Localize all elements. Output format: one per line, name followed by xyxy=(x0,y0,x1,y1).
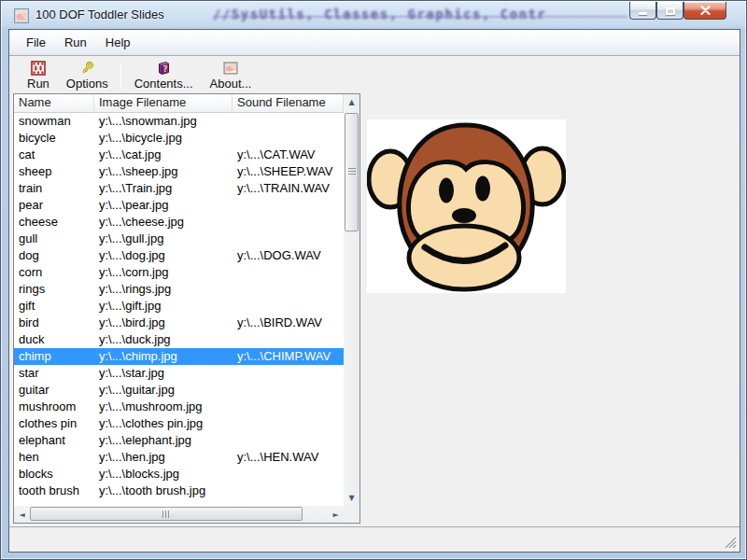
cell-image: y:\...\guitar.jpg xyxy=(94,382,233,399)
minimize-button[interactable] xyxy=(629,2,656,20)
cell-sound xyxy=(233,130,344,147)
cell-sound xyxy=(233,298,344,315)
table-row[interactable]: bicycley:\...\bicycle.jpg xyxy=(14,130,344,147)
resize-grip-icon[interactable] xyxy=(723,535,737,549)
table-row[interactable]: mushroomy:\...\mushroom.jpg xyxy=(14,399,344,415)
table-row[interactable]: snowmany:\...\snowman.jpg xyxy=(14,113,344,130)
table-row[interactable]: peary:\...\pear.jpg xyxy=(14,197,344,214)
table-row[interactable]: elephanty:\...\elephant.jpg xyxy=(14,432,344,449)
cell-name: elephant xyxy=(14,432,94,449)
cell-sound xyxy=(233,214,344,231)
cell-image: y:\...\snowman.jpg xyxy=(94,113,233,130)
cell-image: y:\...\sheep.jpg xyxy=(94,163,233,180)
slides-list: Name Image Filename Sound Filename snowm… xyxy=(13,93,360,524)
app-window: //SysUtils, Classes, Graphics, Contr 100… xyxy=(0,0,747,560)
table-row[interactable]: dogy:\...\dog.jpgy:\...\DOG.WAV xyxy=(14,247,344,264)
column-header-name[interactable]: Name xyxy=(14,94,94,113)
cell-sound xyxy=(233,415,344,432)
run-button[interactable]: Run xyxy=(19,60,58,91)
help-book-icon: ? xyxy=(156,61,171,76)
cell-name: sheep xyxy=(14,163,94,180)
vertical-scroll-thumb[interactable] xyxy=(345,113,359,231)
cell-image: y:\...\tooth brush.jpg xyxy=(94,483,233,499)
cell-sound xyxy=(233,281,344,298)
cell-name: bird xyxy=(14,315,94,331)
horizontal-scrollbar[interactable]: ◄ ► xyxy=(14,506,344,523)
cell-image: y:\...\mushroom.jpg xyxy=(94,399,233,415)
cell-image: y:\...\bicycle.jpg xyxy=(94,130,233,147)
table-row[interactable]: clothes piny:\...\clothes pin.jpg xyxy=(14,415,344,432)
cell-sound xyxy=(233,113,344,130)
contents-button[interactable]: ? Contents... xyxy=(126,60,202,91)
table-row[interactable]: tooth brushy:\...\tooth brush.jpg xyxy=(14,483,344,499)
table-row[interactable]: chimpy:\...\chimp.jpgy:\...\CHIMP.WAV xyxy=(14,348,344,365)
table-row[interactable]: ducky:\...\duck.jpg xyxy=(14,331,344,348)
scroll-right-icon: ► xyxy=(332,511,338,519)
title-bar[interactable]: //SysUtils, Classes, Graphics, Contr 100… xyxy=(2,2,745,29)
scroll-left-icon: ◄ xyxy=(19,511,24,519)
table-row[interactable]: trainy:\...\Train.jpgy:\...\TRAIN.WAV xyxy=(14,180,344,197)
options-button[interactable]: Options xyxy=(58,60,117,91)
table-row[interactable]: gully:\...\gull.jpg xyxy=(14,231,344,247)
toolbar-separator xyxy=(120,63,121,89)
scroll-down-icon: ▼ xyxy=(348,494,354,502)
cell-sound xyxy=(233,331,344,348)
table-row[interactable]: caty:\...\cat.jpgy:\...\CAT.WAV xyxy=(14,147,344,163)
cell-sound xyxy=(233,264,344,281)
cell-image: y:\...\pear.jpg xyxy=(94,197,233,214)
app-icon xyxy=(14,8,29,23)
scroll-down-button[interactable]: ▼ xyxy=(344,490,359,506)
table-row[interactable]: guitary:\...\guitar.jpg xyxy=(14,382,344,399)
table-row[interactable]: corny:\...\corn.jpg xyxy=(14,264,344,281)
scroll-right-button[interactable]: ► xyxy=(328,506,344,523)
window-controls xyxy=(629,2,726,20)
cell-image: y:\...\blocks.jpg xyxy=(94,466,233,483)
cell-sound: y:\...\BIRD.WAV xyxy=(233,315,344,331)
table-row[interactable]: cheesey:\...\cheese.jpg xyxy=(14,214,344,231)
menu-file[interactable]: File xyxy=(17,33,55,53)
column-header-sound[interactable]: Sound Filename xyxy=(233,94,344,113)
cell-name: bicycle xyxy=(14,130,94,147)
cell-image: y:\...\cat.jpg xyxy=(94,147,233,163)
table-row[interactable]: birdy:\...\bird.jpgy:\...\BIRD.WAV xyxy=(14,315,344,331)
cell-sound: y:\...\SHEEP.WAV xyxy=(233,163,344,180)
cell-image: y:\...\gift.jpg xyxy=(94,298,233,315)
cell-sound xyxy=(233,399,344,415)
cell-sound: y:\...\TRAIN.WAV xyxy=(233,180,344,197)
vertical-scrollbar[interactable]: ▲ ▼ xyxy=(344,94,359,506)
options-button-label: Options xyxy=(66,77,108,91)
table-row[interactable]: gifty:\...\gift.jpg xyxy=(14,298,344,315)
cell-image: y:\...\elephant.jpg xyxy=(94,432,233,449)
background-window-text: //SysUtils, Classes, Graphics, Contr xyxy=(213,7,629,21)
maximize-button[interactable] xyxy=(656,2,684,20)
table-row[interactable]: heny:\...\hen.jpgy:\...\HEN.WAV xyxy=(14,449,344,466)
close-button[interactable] xyxy=(684,2,726,20)
column-header-image[interactable]: Image Filename xyxy=(94,94,233,113)
key-icon xyxy=(79,61,94,76)
horizontal-scroll-thumb[interactable] xyxy=(30,507,303,521)
scroll-up-icon: ▲ xyxy=(348,98,354,106)
cell-name: chimp xyxy=(14,348,94,365)
cell-name: train xyxy=(14,180,94,197)
menu-run[interactable]: Run xyxy=(55,33,96,53)
table-row[interactable]: sheepy:\...\sheep.jpgy:\...\SHEEP.WAV xyxy=(14,163,344,180)
table-row[interactable]: stary:\...\star.jpg xyxy=(14,365,344,382)
scroll-thumb-grip xyxy=(348,168,356,176)
scrollbar-corner xyxy=(344,506,359,523)
scroll-left-button[interactable]: ◄ xyxy=(14,506,30,523)
film-strip-icon xyxy=(31,61,46,76)
cell-sound xyxy=(233,466,344,483)
menu-help[interactable]: Help xyxy=(96,33,140,53)
client-area: File Run Help Run xyxy=(8,29,740,553)
cell-name: gull xyxy=(14,231,94,247)
about-button[interactable]: About... xyxy=(202,60,261,91)
table-row[interactable]: ringsy:\...\rings.jpg xyxy=(14,281,344,298)
cell-sound xyxy=(233,483,344,499)
cell-name: clothes pin xyxy=(14,415,94,432)
scroll-up-button[interactable]: ▲ xyxy=(344,94,359,110)
cell-name: dog xyxy=(14,247,94,264)
cell-name: tooth brush xyxy=(14,483,94,499)
maximize-icon xyxy=(666,7,675,15)
cell-sound: y:\...\CAT.WAV xyxy=(233,147,344,163)
table-row[interactable]: blocksy:\...\blocks.jpg xyxy=(14,466,344,483)
